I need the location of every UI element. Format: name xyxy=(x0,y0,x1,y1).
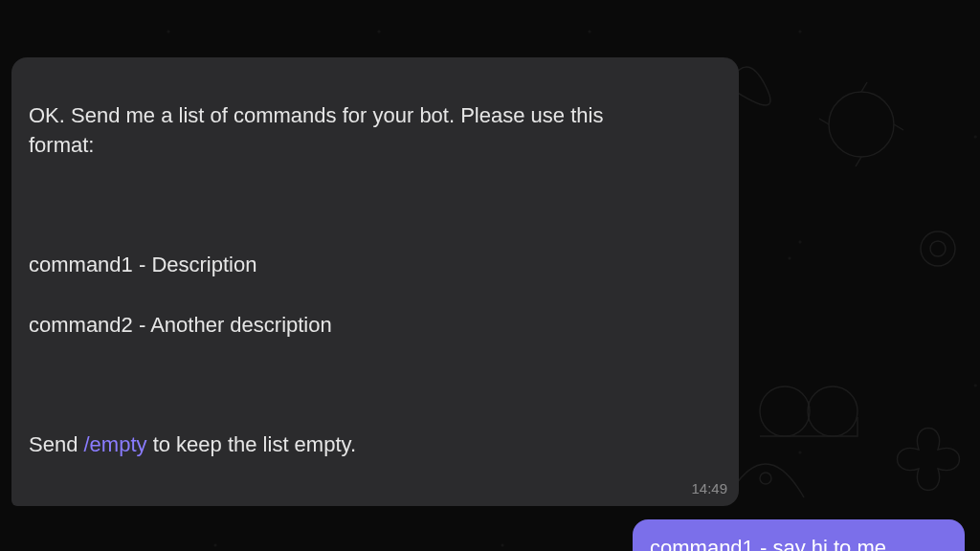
text-line: command2 - Another description xyxy=(29,313,332,337)
text-line: OK. Send me a list of commands for your … xyxy=(29,103,603,157)
message-timestamp: 14:49 xyxy=(691,478,727,498)
text-line: command1 - Description xyxy=(29,253,256,276)
message-bot-prompt[interactable]: OK. Send me a list of commands for your … xyxy=(11,57,739,506)
command-link-empty[interactable]: /empty xyxy=(84,432,147,456)
text-line: Send xyxy=(29,432,84,456)
text-line: command1 - say hi to me xyxy=(650,536,886,551)
chat-area: OK. Send me a list of commands for your … xyxy=(0,0,980,551)
text-line: to keep the list empty. xyxy=(147,432,356,456)
message-user-reply[interactable]: command1 - say hi to me 14:49 xyxy=(633,519,965,551)
